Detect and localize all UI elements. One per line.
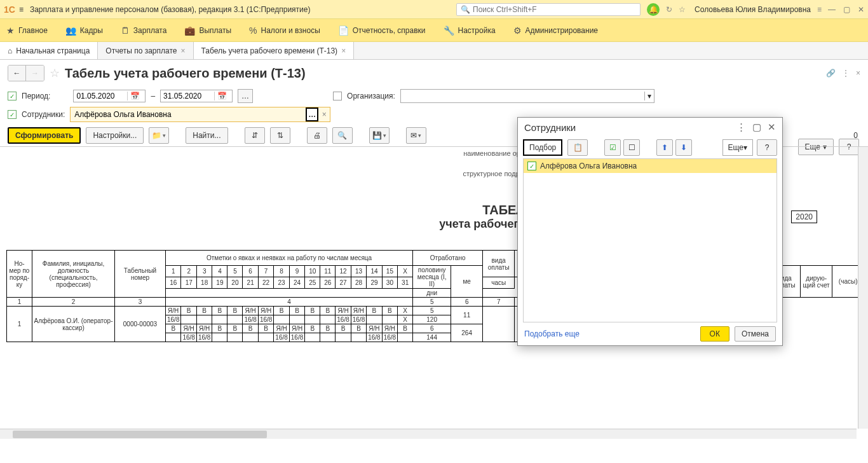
date-from[interactable]: 📅 [73, 90, 146, 102]
app-title: Зарплата и управление персоналом (базова… [30, 5, 311, 14]
collapse-button[interactable]: ⇅ [270, 127, 290, 144]
emp-checkbox[interactable]: ✓ [8, 110, 17, 119]
paste-button[interactable]: 📋 [567, 139, 588, 156]
send-button[interactable]: ✉ [406, 127, 426, 144]
move-down-button[interactable]: ⬇ [675, 139, 692, 156]
list-item[interactable]: ✓ Алфёрова Ольга Ивановна [524, 159, 776, 173]
people-icon: 👥 [65, 25, 76, 36]
menu-vyplaty[interactable]: 💼Выплаты [184, 25, 231, 36]
item-checkbox[interactable]: ✓ [527, 162, 536, 170]
employee-clear-button[interactable]: × [318, 110, 330, 119]
vertical-scrollbar[interactable] [858, 147, 868, 429]
forward-button[interactable]: → [26, 66, 44, 81]
move-up-button[interactable]: ⬆ [656, 139, 673, 156]
select-button[interactable]: Подбор [523, 139, 562, 156]
calendar-icon[interactable]: 📅 [214, 92, 229, 100]
save-button[interactable]: 💾 [369, 127, 390, 144]
period-picker-button[interactable]: … [238, 89, 253, 103]
filter-icon[interactable]: ≡ [817, 5, 822, 14]
period-checkbox[interactable]: ✓ [8, 92, 17, 100]
menu-nalogi[interactable]: %Налоги и взносы [249, 25, 320, 36]
doc-icon: 📄 [338, 25, 349, 36]
employee-list[interactable]: ✓ Алфёрова Ольга Ивановна [523, 158, 777, 322]
search-icon: 🔍 [461, 5, 470, 14]
menu-main[interactable]: ★Главное [6, 25, 48, 36]
tab-tabel[interactable]: Табель учета рабочего времени (Т-13)× [194, 42, 355, 59]
calendar-icon[interactable]: 📅 [127, 92, 142, 100]
page-title: Табель учета рабочего времени (Т-13) [65, 66, 306, 81]
tab-reports[interactable]: Отчеты по зарплате× [98, 42, 193, 59]
history-icon[interactable]: ↻ [666, 5, 672, 14]
star-icon[interactable]: ☆ [679, 5, 686, 14]
wrench-icon: 🔧 [444, 25, 454, 36]
main-menu: ★Главное 👥Кадры 🗒Зарплата 💼Выплаты %Нало… [0, 19, 868, 42]
maximize-icon[interactable]: ▢ [843, 5, 850, 14]
back-button[interactable]: ← [8, 66, 26, 81]
favorite-icon[interactable]: ☆ [50, 66, 60, 80]
tab-home[interactable]: ⌂Начальная страница [0, 42, 98, 59]
pick-more-link[interactable]: Подобрать еще [524, 329, 580, 338]
check-all-button[interactable]: ☑ [604, 139, 621, 156]
ok-button[interactable]: ОК [700, 326, 729, 342]
home-icon: ⌂ [8, 46, 12, 55]
emp-label: Сотрудники: [22, 110, 65, 119]
wallet-icon: 💼 [184, 25, 195, 36]
year-box: 2020 [791, 211, 817, 223]
logo-1c: 1C [4, 4, 15, 15]
preview-button[interactable]: 🔍 [332, 127, 353, 144]
tabbar: ⌂Начальная страница Отчеты по зарплате× … [0, 42, 868, 60]
nav-buttons: ← → [8, 65, 44, 81]
user-label[interactable]: Соловьева Юлия Владимировна [695, 5, 811, 14]
org-label: Организация: [347, 92, 395, 100]
maximize-icon[interactable]: ▢ [752, 121, 761, 133]
find-button[interactable]: Найти... [186, 127, 227, 144]
gear-icon: ⚙ [513, 25, 522, 36]
close-icon[interactable]: × [856, 69, 860, 78]
employee-field[interactable]: … × [70, 107, 330, 122]
hamburger-icon[interactable]: ≡ [19, 5, 24, 14]
calc-icon: 🗒 [121, 25, 130, 36]
period-label: Период: [22, 92, 50, 100]
link-icon[interactable]: 🔗 [826, 69, 836, 78]
close-icon[interactable]: × [341, 46, 346, 55]
org-checkbox[interactable]: ✓ [333, 92, 342, 100]
menu-dots-icon[interactable]: ⋮ [842, 69, 850, 78]
menu-admin[interactable]: ⚙Администрирование [513, 25, 598, 36]
bell-icon[interactable]: 🔔 [647, 3, 660, 16]
star-icon: ★ [6, 25, 15, 36]
close-icon[interactable]: ✕ [858, 5, 864, 14]
variants-button[interactable]: 📁 [149, 127, 169, 144]
global-search[interactable]: 🔍 [456, 3, 641, 16]
close-icon[interactable]: × [180, 46, 185, 55]
minimize-icon[interactable]: — [828, 5, 836, 14]
horizontal-scrollbar[interactable] [0, 429, 857, 439]
menu-kadry[interactable]: 👥Кадры [65, 25, 103, 36]
uncheck-all-button[interactable]: ☐ [623, 139, 640, 156]
popup-more-button[interactable]: Еще ▾ [722, 139, 753, 156]
employee-pick-button[interactable]: … [306, 107, 318, 121]
expand-button[interactable]: ⇵ [245, 127, 265, 144]
chevron-down-icon[interactable]: ▾ [644, 92, 654, 100]
cancel-button[interactable]: Отмена [735, 326, 776, 342]
employees-popup: Сотрудники ⋮ ▢ ✕ Подбор 📋 ☑ ☐ ⬆ ⬇ Еще ▾ … [517, 117, 783, 346]
print-button[interactable]: 🖨 [307, 127, 327, 144]
menu-otchet[interactable]: 📄Отчетность, справки [338, 25, 426, 36]
menu-dots-icon[interactable]: ⋮ [736, 121, 746, 133]
generate-button[interactable]: Сформировать [8, 127, 81, 144]
org-select[interactable]: ▾ [400, 89, 654, 103]
percent-icon: % [249, 25, 257, 36]
popup-help-button[interactable]: ? [757, 139, 777, 156]
search-input[interactable] [473, 5, 636, 14]
menu-zarplata[interactable]: 🗒Зарплата [121, 25, 167, 36]
settings-button[interactable]: Настройки... [86, 127, 144, 144]
date-to[interactable]: 📅 [160, 90, 233, 102]
popup-title: Сотрудники [524, 122, 576, 133]
menu-settings[interactable]: 🔧Настройка [444, 25, 496, 36]
close-icon[interactable]: ✕ [768, 121, 776, 133]
